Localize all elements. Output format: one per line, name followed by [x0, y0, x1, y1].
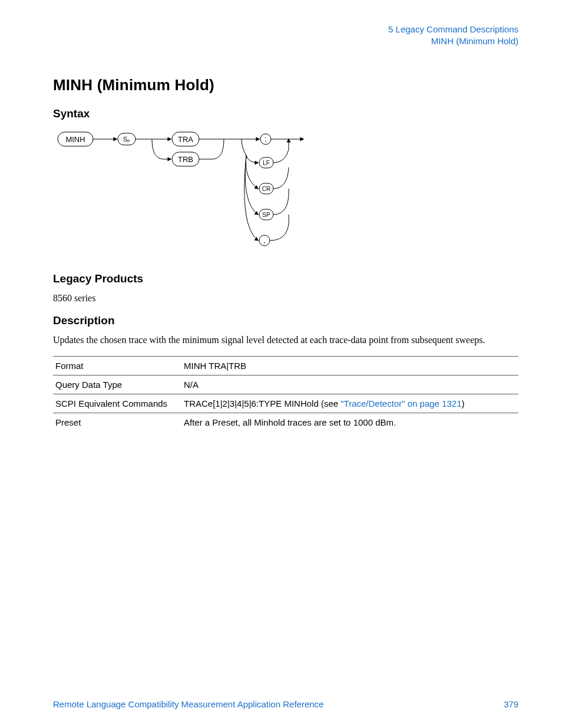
- diagram-opt-trb: TRB: [178, 155, 193, 164]
- table-label: Query Data Type: [53, 375, 181, 394]
- page-header: 5 Legacy Command Descriptions MINH (Mini…: [53, 24, 518, 48]
- header-chapter: 5 Legacy Command Descriptions: [53, 24, 518, 35]
- table-label: SCPI Equivalent Commands: [53, 394, 181, 413]
- diagram-sep: Sₚ: [123, 136, 130, 143]
- page-footer: Remote Language Compatibility Measuremen…: [53, 699, 518, 709]
- diagram-term-4: ,: [263, 236, 265, 245]
- table-value: After a Preset, all Minhold traces are s…: [181, 413, 518, 431]
- description-text: Updates the chosen trace with the minimu…: [53, 333, 518, 347]
- header-command: MINH (Minimum Hold): [53, 35, 518, 47]
- page-title: MINH (Minimum Hold): [53, 76, 518, 94]
- diagram-term-2: CR: [262, 186, 270, 192]
- section-description-heading: Description: [53, 314, 518, 327]
- legacy-products-text: 8560 series: [53, 291, 518, 305]
- table-label: Preset: [53, 413, 181, 431]
- cross-reference-link[interactable]: "Trace/Detector" on page 1321: [340, 398, 461, 409]
- syntax-diagram: MINH Sₚ TRA TRB ;: [53, 126, 518, 264]
- table-row: SCPI Equivalent Commands TRACe[1|2|3|4|5…: [53, 394, 518, 413]
- page: 5 Legacy Command Descriptions MINH (Mini…: [0, 0, 562, 728]
- footer-doc-title: Remote Language Compatibility Measuremen…: [53, 699, 323, 709]
- footer-page-number: 379: [504, 699, 518, 709]
- table-row: Format MINH TRA|TRB: [53, 356, 518, 375]
- diagram-term-3: SP: [262, 212, 270, 218]
- table-row: Preset After a Preset, all Minhold trace…: [53, 413, 518, 431]
- diagram-term-1: LF: [263, 160, 270, 166]
- table-value: MINH TRA|TRB: [181, 356, 518, 375]
- table-value: N/A: [181, 375, 518, 394]
- section-legacy-products-heading: Legacy Products: [53, 272, 518, 285]
- section-syntax-heading: Syntax: [53, 107, 518, 120]
- table-row: Query Data Type N/A: [53, 375, 518, 394]
- table-label: Format: [53, 356, 181, 375]
- spec-table: Format MINH TRA|TRB Query Data Type N/A …: [53, 356, 518, 431]
- diagram-term-0: ;: [265, 135, 266, 143]
- diagram-opt-tra: TRA: [178, 135, 193, 144]
- diagram-start: MINH: [65, 135, 85, 144]
- table-value: TRACe[1|2|3|4|5|6:TYPE MINHold (see "Tra…: [181, 394, 518, 413]
